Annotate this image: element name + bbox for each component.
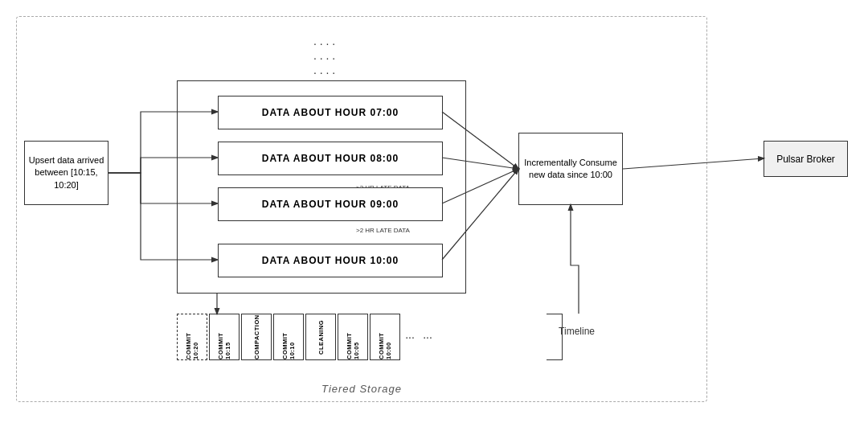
commit-boxes: COMMIT 10:20 COMMIT 10:15 COMPACTION COM… xyxy=(177,314,436,360)
pulsar-label: Pulsar Broker xyxy=(776,154,835,165)
dot-line-3: . . . . xyxy=(313,63,335,77)
timeline-label: Timeline xyxy=(559,326,595,337)
commit-box-1000: COMMIT 10:00 xyxy=(370,314,400,360)
upsert-label: Upsert data arrived between [10:15, 10:2… xyxy=(25,154,108,191)
data-outer-box: >3 HR LATE DATA >2 HR LATE DATA >1 HR LA… xyxy=(177,80,466,294)
timeline-area: COMMIT 10:20 COMMIT 10:15 COMPACTION COM… xyxy=(177,310,611,366)
commit-box-1010: COMMIT 10:10 xyxy=(273,314,304,360)
dot-line-2: . . . . xyxy=(313,48,335,63)
commit-box-compaction: COMPACTION xyxy=(241,314,272,360)
dots-above: . . . . . . . . . . . . xyxy=(313,34,335,78)
consume-label: Incrementally Consume new data since 10:… xyxy=(519,157,622,182)
dot-line-1: . . . . xyxy=(313,34,335,48)
consume-box: Incrementally Consume new data since 10:… xyxy=(518,133,623,205)
tiered-storage-label: Tiered Storage xyxy=(321,383,402,395)
data-row-hour-07: DATA ABOUT HOUR 07:00 xyxy=(218,96,443,129)
commit-box-1005: COMMIT 10:05 xyxy=(338,314,368,360)
pulsar-broker-box: Pulsar Broker xyxy=(764,141,848,177)
commit-extra-dots: ··· xyxy=(420,314,436,360)
data-row-hour-08: DATA ABOUT HOUR 08:00 xyxy=(218,142,443,175)
commit-box-cleaning: CLEANING xyxy=(305,314,336,360)
commit-trailing-dots: ··· xyxy=(402,314,418,360)
upsert-box: Upsert data arrived between [10:15, 10:2… xyxy=(24,141,108,205)
data-row-hour-09: DATA ABOUT HOUR 09:00 xyxy=(218,187,443,221)
late-label-2: >2 HR LATE DATA xyxy=(356,227,410,234)
timeline-bracket xyxy=(547,314,563,360)
commit-box-1015: COMMIT 10:15 xyxy=(209,314,240,360)
commit-box-1020: COMMIT 10:20 xyxy=(177,314,207,360)
data-row-hour-10: DATA ABOUT HOUR 10:00 xyxy=(218,244,443,277)
